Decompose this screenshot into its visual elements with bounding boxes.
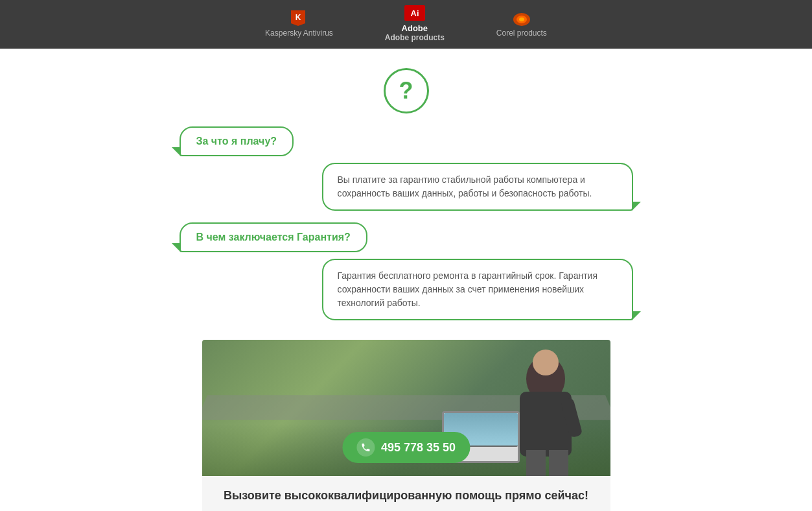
top-navigation: K Kaspersky Antivirus Ai Adobe Adobe pro… [0,0,812,49]
cta-text: Вызовите высококвалифицированную помощь … [215,488,597,504]
adobe-icon: Ai [404,5,425,21]
qa-pair-2: В чем заключается Гарантия? Гарантия бес… [180,222,633,320]
answer-bubble-1: Вы платите за гарантию стабильной работы… [322,163,633,211]
promo-banner: 495 778 35 50 Вызовите высококвалифициро… [202,340,610,511]
question-icon: ? [384,68,429,113]
svg-rect-10 [526,450,546,476]
chat-section: За что я плачу? Вы платите за гарантию с… [180,126,633,320]
nav-label-adobe: Adobe products [385,33,445,42]
phone-icon [356,438,375,457]
person-silhouette [494,346,597,476]
main-content: ? За что я плачу? Вы платите за гарантию… [0,49,812,511]
svg-point-8 [533,350,559,375]
promo-image: 495 778 35 50 [202,340,610,476]
nav-item-corel[interactable]: Corel products [496,10,547,38]
qa-pair-1: За что я плачу? Вы платите за гарантию с… [180,126,633,211]
svg-point-6 [519,18,524,21]
question-bubble-1: За что я плачу? [180,126,294,156]
corel-icon [511,10,532,26]
svg-text:Ai: Ai [410,8,419,18]
nav-label-corel: Corel products [496,29,547,38]
nav-item-adobe[interactable]: Ai Adobe Adobe products [385,5,445,42]
nav-label-kaspersky: Kaspersky Antivirus [265,29,333,38]
svg-rect-11 [549,450,568,476]
phone-bubble: 495 778 35 50 [342,432,470,463]
answer-bubble-2: Гарантия бесплатного ремонта в гарантийн… [322,259,633,320]
phone-number: 495 778 35 50 [381,441,456,455]
question-bubble-2: В чем заключается Гарантия? [180,222,367,252]
kaspersky-icon: K [288,10,309,26]
promo-bottom: Вызовите высококвалифицированную помощь … [202,476,610,511]
svg-text:K: K [296,13,301,22]
nav-title-adobe: Adobe [402,23,428,33]
nav-item-kaspersky[interactable]: K Kaspersky Antivirus [265,10,333,38]
